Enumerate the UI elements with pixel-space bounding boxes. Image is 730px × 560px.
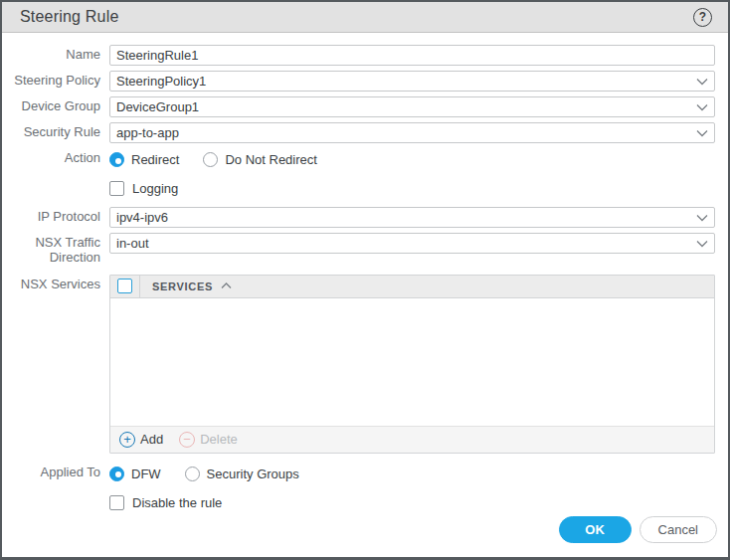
steering-policy-label: Steering Policy — [2, 71, 109, 89]
logging-checkbox[interactable]: Logging — [109, 181, 715, 196]
chevron-down-icon — [696, 103, 708, 111]
dialog-title: Steering Rule — [20, 8, 119, 26]
nsx-services-table: SERVICES + Add − — [109, 275, 715, 454]
applied-to-security-groups-radio[interactable]: Security Groups — [185, 467, 299, 481]
services-table-toolbar: + Add − Delete — [110, 426, 714, 453]
steering-policy-row: Steering Policy SteeringPolicy1 — [2, 71, 715, 92]
nsx-traffic-direction-select[interactable]: in-out — [109, 233, 715, 254]
device-group-row: Device Group DeviceGroup1 — [2, 96, 715, 117]
device-group-label: Device Group — [2, 96, 109, 114]
delete-service-button[interactable]: − Delete — [179, 432, 238, 448]
nsx-services-row: NSX Services SERVICES — [2, 275, 715, 454]
radio-selected-icon — [109, 152, 124, 167]
radio-unselected-icon — [203, 152, 218, 167]
nsx-services-label: NSX Services — [2, 275, 109, 292]
security-rule-value: app-to-app — [116, 125, 690, 140]
dialog-footer: OK Cancel — [559, 516, 717, 543]
name-input[interactable] — [109, 45, 715, 66]
nsx-traffic-direction-value: in-out — [116, 236, 690, 251]
applied-to-dfw-radio[interactable]: DFW — [109, 467, 161, 481]
action-do-not-redirect-label: Do Not Redirect — [225, 152, 316, 167]
action-redirect-label: Redirect — [131, 152, 179, 167]
chevron-down-icon — [696, 240, 708, 248]
disable-rule-label: Disable the rule — [132, 495, 222, 510]
steering-policy-select[interactable]: SteeringPolicy1 — [109, 71, 715, 92]
security-rule-row: Security Rule app-to-app — [2, 122, 715, 143]
action-label: Action — [2, 150, 109, 166]
ip-protocol-label: IP Protocol — [2, 207, 109, 225]
action-do-not-redirect-radio[interactable]: Do Not Redirect — [203, 152, 316, 167]
select-all-checkbox[interactable] — [117, 279, 132, 293]
disable-rule-checkbox[interactable]: Disable the rule — [109, 495, 715, 510]
applied-to-row: Applied To DFW Security Groups — [2, 465, 715, 481]
delete-minus-icon: − — [179, 432, 195, 448]
applied-to-label: Applied To — [2, 465, 109, 480]
action-row: Action Redirect Do Not Redirect — [2, 150, 715, 167]
chevron-down-icon — [696, 129, 708, 137]
logging-label: Logging — [132, 181, 178, 196]
security-rule-select[interactable]: app-to-app — [109, 122, 715, 143]
dialog-titlebar: Steering Rule ? — [2, 2, 728, 33]
sort-ascending-icon — [221, 282, 232, 289]
add-plus-icon: + — [119, 432, 135, 448]
ip-protocol-value: ipv4-ipv6 — [116, 210, 690, 225]
name-row: Name — [2, 45, 715, 66]
chevron-down-icon — [696, 214, 708, 222]
applied-to-dfw-label: DFW — [131, 467, 161, 481]
radio-selected-icon — [109, 467, 124, 481]
action-redirect-radio[interactable]: Redirect — [109, 152, 179, 167]
logging-row: Logging — [2, 181, 715, 196]
services-column-header[interactable]: SERVICES — [140, 280, 232, 292]
add-service-button[interactable]: + Add — [119, 432, 163, 448]
help-icon[interactable]: ? — [693, 8, 712, 27]
checkbox-unchecked-icon — [109, 495, 124, 510]
ip-protocol-select[interactable]: ipv4-ipv6 — [109, 207, 715, 228]
device-group-select[interactable]: DeviceGroup1 — [109, 96, 715, 117]
services-table-header: SERVICES — [110, 276, 714, 298]
device-group-value: DeviceGroup1 — [116, 99, 690, 114]
name-label: Name — [2, 45, 109, 63]
steering-policy-value: SteeringPolicy1 — [116, 74, 690, 89]
ip-protocol-row: IP Protocol ipv4-ipv6 — [2, 207, 715, 228]
services-table-body — [110, 298, 714, 426]
disable-rule-row: Disable the rule — [2, 495, 715, 510]
nsx-traffic-direction-label: NSX Traffic Direction — [2, 233, 109, 266]
dialog-body: Name Steering Policy SteeringPolicy1 Dev… — [2, 33, 728, 557]
applied-to-security-groups-label: Security Groups — [207, 467, 299, 481]
ok-button[interactable]: OK — [559, 516, 632, 543]
cancel-button[interactable]: Cancel — [639, 516, 717, 543]
nsx-traffic-direction-row: NSX Traffic Direction in-out — [2, 233, 715, 266]
chevron-down-icon — [696, 78, 708, 86]
checkbox-unchecked-icon — [109, 181, 124, 196]
steering-rule-dialog: Steering Rule ? Name Steering Policy Ste… — [0, 0, 730, 560]
security-rule-label: Security Rule — [2, 122, 109, 140]
radio-unselected-icon — [185, 467, 200, 481]
